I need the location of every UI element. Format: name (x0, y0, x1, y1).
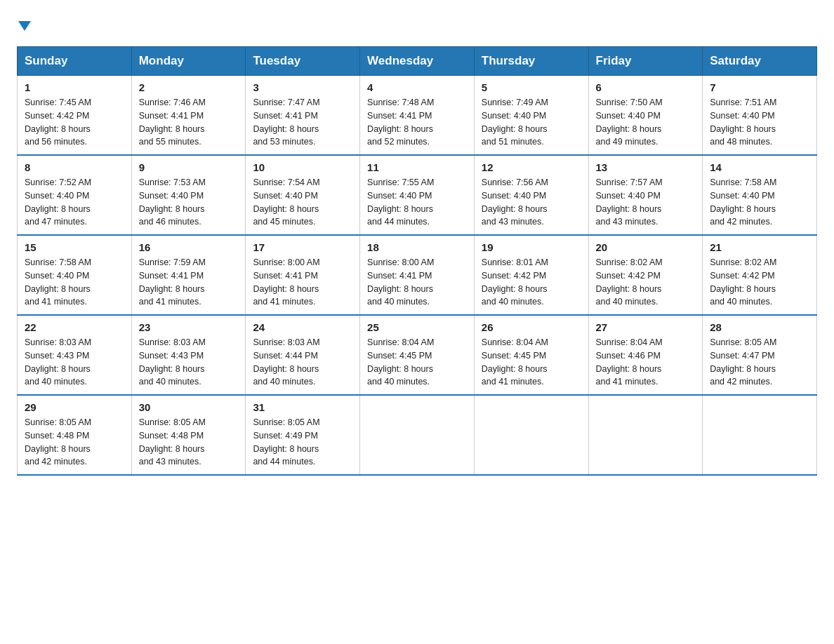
day-number: 26 (482, 321, 581, 333)
day-number: 2 (139, 81, 239, 93)
day-info: Sunrise: 7:57 AMSunset: 4:40 PMDaylight:… (596, 177, 663, 227)
day-info: Sunrise: 8:03 AMSunset: 4:44 PMDaylight:… (253, 337, 319, 387)
day-info: Sunrise: 8:05 AMSunset: 4:48 PMDaylight:… (25, 417, 91, 467)
day-info: Sunrise: 7:59 AMSunset: 4:41 PMDaylight:… (139, 257, 206, 307)
day-number: 22 (25, 321, 124, 333)
day-info: Sunrise: 7:53 AMSunset: 4:40 PMDaylight:… (139, 177, 206, 227)
day-of-week-header: Wednesday (360, 47, 475, 76)
day-info: Sunrise: 8:04 AMSunset: 4:45 PMDaylight:… (367, 337, 434, 387)
calendar-week-row: 8 Sunrise: 7:52 AMSunset: 4:40 PMDayligh… (18, 155, 817, 235)
day-number: 20 (596, 241, 696, 253)
day-number: 11 (367, 161, 467, 173)
day-number: 25 (367, 321, 467, 333)
calendar-day-cell: 16 Sunrise: 7:59 AMSunset: 4:41 PMDaylig… (131, 235, 246, 315)
calendar-day-cell: 19 Sunrise: 8:01 AMSunset: 4:42 PMDaylig… (474, 235, 588, 315)
day-info: Sunrise: 7:45 AMSunset: 4:42 PMDaylight:… (25, 98, 91, 147)
day-info: Sunrise: 7:49 AMSunset: 4:40 PMDaylight:… (482, 98, 548, 147)
calendar-day-cell (360, 395, 475, 475)
day-info: Sunrise: 7:56 AMSunset: 4:40 PMDaylight:… (482, 177, 548, 227)
calendar-day-cell: 27 Sunrise: 8:04 AMSunset: 4:46 PMDaylig… (588, 315, 703, 395)
calendar-day-cell: 11 Sunrise: 7:55 AMSunset: 4:40 PMDaylig… (360, 155, 475, 235)
calendar-day-cell: 20 Sunrise: 8:02 AMSunset: 4:42 PMDaylig… (588, 235, 703, 315)
calendar-day-cell: 9 Sunrise: 7:53 AMSunset: 4:40 PMDayligh… (131, 155, 246, 235)
day-number: 21 (710, 241, 809, 253)
calendar-day-cell: 21 Sunrise: 8:02 AMSunset: 4:42 PMDaylig… (703, 235, 817, 315)
calendar-day-cell: 28 Sunrise: 8:05 AMSunset: 4:47 PMDaylig… (703, 315, 817, 395)
day-info: Sunrise: 8:03 AMSunset: 4:43 PMDaylight:… (25, 337, 91, 387)
calendar-week-row: 22 Sunrise: 8:03 AMSunset: 4:43 PMDaylig… (18, 315, 817, 395)
svg-marker-0 (18, 21, 31, 31)
day-info: Sunrise: 7:50 AMSunset: 4:40 PMDaylight:… (596, 98, 663, 147)
calendar-day-cell: 10 Sunrise: 7:54 AMSunset: 4:40 PMDaylig… (246, 155, 360, 235)
day-info: Sunrise: 8:01 AMSunset: 4:42 PMDaylight:… (482, 257, 548, 307)
calendar-day-cell (703, 395, 817, 475)
day-of-week-header: Thursday (474, 47, 588, 76)
page-header (17, 17, 817, 35)
calendar-day-cell: 17 Sunrise: 8:00 AMSunset: 4:41 PMDaylig… (246, 235, 360, 315)
day-info: Sunrise: 7:52 AMSunset: 4:40 PMDaylight:… (25, 177, 91, 227)
day-info: Sunrise: 8:00 AMSunset: 4:41 PMDaylight:… (367, 257, 434, 307)
calendar-week-row: 15 Sunrise: 7:58 AMSunset: 4:40 PMDaylig… (18, 235, 817, 315)
day-number: 18 (367, 241, 467, 253)
calendar-week-row: 1 Sunrise: 7:45 AMSunset: 4:42 PMDayligh… (18, 76, 817, 156)
calendar-day-cell: 1 Sunrise: 7:45 AMSunset: 4:42 PMDayligh… (18, 76, 132, 156)
calendar-day-cell: 8 Sunrise: 7:52 AMSunset: 4:40 PMDayligh… (18, 155, 132, 235)
calendar-day-cell: 14 Sunrise: 7:58 AMSunset: 4:40 PMDaylig… (703, 155, 817, 235)
calendar-day-cell: 31 Sunrise: 8:05 AMSunset: 4:49 PMDaylig… (246, 395, 360, 475)
calendar-day-cell: 4 Sunrise: 7:48 AMSunset: 4:41 PMDayligh… (360, 76, 475, 156)
day-number: 15 (25, 241, 124, 253)
day-info: Sunrise: 7:48 AMSunset: 4:41 PMDaylight:… (367, 98, 434, 147)
day-number: 14 (710, 161, 809, 173)
calendar-day-cell: 18 Sunrise: 8:00 AMSunset: 4:41 PMDaylig… (360, 235, 475, 315)
day-number: 27 (596, 321, 696, 333)
day-number: 10 (253, 161, 352, 173)
day-number: 28 (710, 321, 809, 333)
day-number: 24 (253, 321, 352, 333)
day-info: Sunrise: 7:58 AMSunset: 4:40 PMDaylight:… (710, 177, 776, 227)
day-number: 29 (25, 401, 124, 413)
day-info: Sunrise: 8:05 AMSunset: 4:49 PMDaylight:… (253, 417, 319, 467)
calendar-header-row: SundayMondayTuesdayWednesdayThursdayFrid… (18, 47, 817, 76)
day-number: 13 (596, 161, 696, 173)
day-number: 1 (25, 81, 124, 93)
calendar-day-cell: 2 Sunrise: 7:46 AMSunset: 4:41 PMDayligh… (131, 76, 246, 156)
day-info: Sunrise: 8:04 AMSunset: 4:46 PMDaylight:… (596, 337, 663, 387)
day-info: Sunrise: 7:47 AMSunset: 4:41 PMDaylight:… (253, 98, 319, 147)
day-info: Sunrise: 8:02 AMSunset: 4:42 PMDaylight:… (596, 257, 663, 307)
day-info: Sunrise: 7:58 AMSunset: 4:40 PMDaylight:… (25, 257, 91, 307)
calendar-day-cell: 25 Sunrise: 8:04 AMSunset: 4:45 PMDaylig… (360, 315, 475, 395)
day-number: 8 (25, 161, 124, 173)
day-number: 19 (482, 241, 581, 253)
day-of-week-header: Sunday (18, 47, 132, 76)
logo (17, 17, 32, 35)
calendar-day-cell: 23 Sunrise: 8:03 AMSunset: 4:43 PMDaylig… (131, 315, 246, 395)
day-of-week-header: Saturday (703, 47, 817, 76)
day-info: Sunrise: 7:54 AMSunset: 4:40 PMDaylight:… (253, 177, 319, 227)
calendar-day-cell (474, 395, 588, 475)
day-number: 4 (367, 81, 467, 93)
logo-arrow-icon (17, 18, 32, 36)
day-info: Sunrise: 7:51 AMSunset: 4:40 PMDaylight:… (710, 98, 776, 147)
calendar-day-cell: 13 Sunrise: 7:57 AMSunset: 4:40 PMDaylig… (588, 155, 703, 235)
calendar-week-row: 29 Sunrise: 8:05 AMSunset: 4:48 PMDaylig… (18, 395, 817, 475)
calendar-day-cell: 29 Sunrise: 8:05 AMSunset: 4:48 PMDaylig… (18, 395, 132, 475)
day-number: 7 (710, 81, 809, 93)
day-info: Sunrise: 8:02 AMSunset: 4:42 PMDaylight:… (710, 257, 776, 307)
day-number: 23 (139, 321, 239, 333)
day-info: Sunrise: 7:46 AMSunset: 4:41 PMDaylight:… (139, 98, 206, 147)
day-number: 5 (482, 81, 581, 93)
day-info: Sunrise: 8:00 AMSunset: 4:41 PMDaylight:… (253, 257, 319, 307)
day-info: Sunrise: 8:04 AMSunset: 4:45 PMDaylight:… (482, 337, 548, 387)
calendar-day-cell: 6 Sunrise: 7:50 AMSunset: 4:40 PMDayligh… (588, 76, 703, 156)
calendar-day-cell (588, 395, 703, 475)
calendar-day-cell: 3 Sunrise: 7:47 AMSunset: 4:41 PMDayligh… (246, 76, 360, 156)
day-number: 6 (596, 81, 696, 93)
calendar-day-cell: 12 Sunrise: 7:56 AMSunset: 4:40 PMDaylig… (474, 155, 588, 235)
calendar-day-cell: 22 Sunrise: 8:03 AMSunset: 4:43 PMDaylig… (18, 315, 132, 395)
calendar-day-cell: 5 Sunrise: 7:49 AMSunset: 4:40 PMDayligh… (474, 76, 588, 156)
calendar-day-cell: 26 Sunrise: 8:04 AMSunset: 4:45 PMDaylig… (474, 315, 588, 395)
day-number: 12 (482, 161, 581, 173)
calendar-day-cell: 15 Sunrise: 7:58 AMSunset: 4:40 PMDaylig… (18, 235, 132, 315)
calendar-day-cell: 7 Sunrise: 7:51 AMSunset: 4:40 PMDayligh… (703, 76, 817, 156)
day-number: 30 (139, 401, 239, 413)
